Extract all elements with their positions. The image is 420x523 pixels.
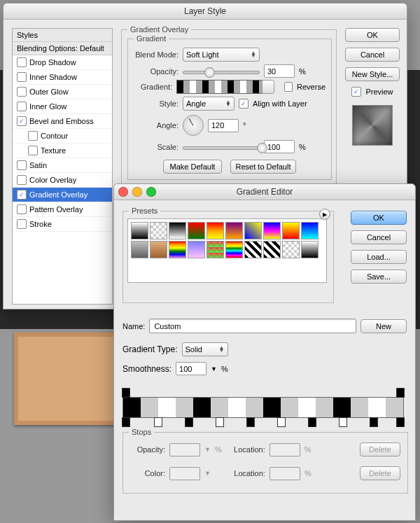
angle-input[interactable]: 120 xyxy=(208,119,239,132)
smoothness-label: Smoothness: xyxy=(122,364,172,374)
presets-menu-icon[interactable]: ▶ xyxy=(319,209,330,220)
styles-list: Styles Blending Options: Default Drop Sh… xyxy=(12,28,113,305)
preview-checkbox[interactable]: ✓ xyxy=(351,87,361,97)
align-checkbox[interactable]: ✓ xyxy=(239,99,248,109)
opacity-stop[interactable] xyxy=(396,388,405,398)
style-item-color-overlay[interactable]: Color Overlay xyxy=(13,173,112,188)
color-stop[interactable] xyxy=(277,417,286,427)
ge-save-button[interactable]: Save... xyxy=(351,270,407,284)
ge-titlebar[interactable]: Gradient Editor xyxy=(114,184,415,200)
delete-color-stop-button: Delete xyxy=(360,466,400,480)
new-style-button[interactable]: New Style... xyxy=(345,67,400,81)
scale-input[interactable]: 100 xyxy=(264,140,295,153)
stop-color-input xyxy=(169,467,200,480)
color-stop[interactable] xyxy=(339,417,347,427)
style-checkbox[interactable] xyxy=(17,102,27,111)
color-stop[interactable] xyxy=(370,417,378,427)
style-label: Color Overlay xyxy=(29,176,76,184)
styles-header[interactable]: Styles xyxy=(13,29,112,42)
style-item-pattern-overlay[interactable]: Pattern Overlay xyxy=(13,202,112,217)
gradtype-label: Gradient Type: xyxy=(122,344,178,354)
ok-button[interactable]: OK xyxy=(345,28,400,42)
style-label: Pattern Overlay xyxy=(29,205,83,214)
style-item-inner-glow[interactable]: Inner Glow xyxy=(13,99,112,114)
delete-opacity-stop-button: Delete xyxy=(360,442,400,456)
style-item-bevel-and-emboss[interactable]: ✓Bevel and Emboss xyxy=(13,114,112,129)
style-checkbox[interactable]: ✓ xyxy=(17,190,27,200)
ge-ok-button[interactable]: OK xyxy=(351,211,407,225)
reverse-checkbox[interactable] xyxy=(284,82,293,92)
style-label: Bevel and Emboss xyxy=(29,117,94,125)
style-item-drop-shadow[interactable]: Drop Shadow xyxy=(13,55,112,70)
make-default-button[interactable]: Make Default xyxy=(163,160,222,174)
minimize-icon[interactable] xyxy=(132,187,142,197)
ge-new-button[interactable]: New xyxy=(360,319,407,333)
style-label: Gradient Overlay xyxy=(29,190,88,199)
gradient-swatch[interactable] xyxy=(176,80,262,94)
scale-slider[interactable] xyxy=(183,142,260,152)
color-stop[interactable] xyxy=(246,417,255,427)
style-label: Style: xyxy=(134,99,178,108)
color-stop[interactable] xyxy=(308,417,316,427)
style-item-gradient-overlay[interactable]: ✓Gradient Overlay xyxy=(13,188,112,202)
style-item-texture[interactable]: Texture xyxy=(13,144,112,158)
gradtype-select[interactable]: Solid▲▼ xyxy=(182,342,228,356)
style-checkbox[interactable] xyxy=(17,219,27,229)
name-input[interactable]: Custom xyxy=(149,319,356,333)
style-checkbox[interactable]: ✓ xyxy=(17,116,27,126)
reset-default-button[interactable]: Reset to Default xyxy=(230,160,296,174)
stops-panel: Stops Opacity: ▼ % Location: % Delete Co… xyxy=(122,432,408,494)
blend-mode-label: Blend Mode: xyxy=(134,50,178,59)
style-checkbox[interactable] xyxy=(28,146,38,155)
opacity-stop[interactable] xyxy=(122,388,130,398)
angle-dial[interactable] xyxy=(183,115,204,136)
stop-opacity-input xyxy=(169,443,200,456)
ge-load-button[interactable]: Load... xyxy=(351,250,407,264)
color-stop[interactable] xyxy=(154,417,162,427)
style-label: Drop Shadow xyxy=(29,58,76,67)
style-checkbox[interactable] xyxy=(17,72,27,82)
style-item-outer-glow[interactable]: Outer Glow xyxy=(13,85,112,99)
gradient-label: Gradient: xyxy=(134,83,172,91)
ge-title: Gradient Editor xyxy=(237,187,293,197)
opacity-slider[interactable] xyxy=(183,67,260,76)
color-stop[interactable] xyxy=(185,417,193,427)
gradient-editor-window: Gradient Editor Presets ▶ xyxy=(113,183,416,521)
style-checkbox[interactable] xyxy=(17,175,27,185)
stop-location-input xyxy=(270,443,300,456)
blend-mode-select[interactable]: Soft Light▲▼ xyxy=(183,48,260,62)
opacity-input[interactable]: 30 xyxy=(264,64,295,78)
style-label: Contour xyxy=(41,132,68,140)
opacity-label: Opacity: xyxy=(134,67,178,76)
color-stop[interactable] xyxy=(396,417,405,427)
name-label: Name: xyxy=(122,322,145,330)
window-titlebar[interactable]: Layer Style xyxy=(4,4,407,20)
close-icon[interactable] xyxy=(118,187,128,197)
zoom-icon[interactable] xyxy=(146,187,156,197)
style-checkbox[interactable] xyxy=(17,204,27,214)
window-title: Layer Style xyxy=(184,6,226,16)
ge-cancel-button[interactable]: Cancel xyxy=(351,230,407,244)
style-checkbox[interactable] xyxy=(28,131,38,141)
style-item-stroke[interactable]: Stroke xyxy=(13,217,112,232)
style-item-inner-shadow[interactable]: Inner Shadow xyxy=(13,70,112,85)
blending-header[interactable]: Blending Options: Default xyxy=(13,42,112,55)
color-stop[interactable] xyxy=(216,417,224,427)
style-item-satin[interactable]: Satin xyxy=(13,158,112,173)
style-item-contour[interactable]: Contour xyxy=(13,129,112,144)
gradient-ramp[interactable] xyxy=(122,397,404,418)
style-label: Satin xyxy=(29,161,47,169)
stop-color-location-input xyxy=(270,467,300,480)
cancel-button[interactable]: Cancel xyxy=(345,48,400,62)
style-select[interactable]: Angle▲▼ xyxy=(183,97,234,111)
style-checkbox[interactable] xyxy=(17,160,27,170)
style-label: Outer Glow xyxy=(29,88,69,96)
presets-panel: Presets ▶ xyxy=(122,211,334,303)
style-checkbox[interactable] xyxy=(17,57,27,67)
style-label: Texture xyxy=(41,146,66,155)
style-checkbox[interactable] xyxy=(17,87,27,97)
style-label: Stroke xyxy=(29,220,52,228)
smoothness-input[interactable]: 100 xyxy=(176,362,206,375)
preset-grid[interactable] xyxy=(127,218,327,283)
color-stop[interactable] xyxy=(122,417,130,427)
